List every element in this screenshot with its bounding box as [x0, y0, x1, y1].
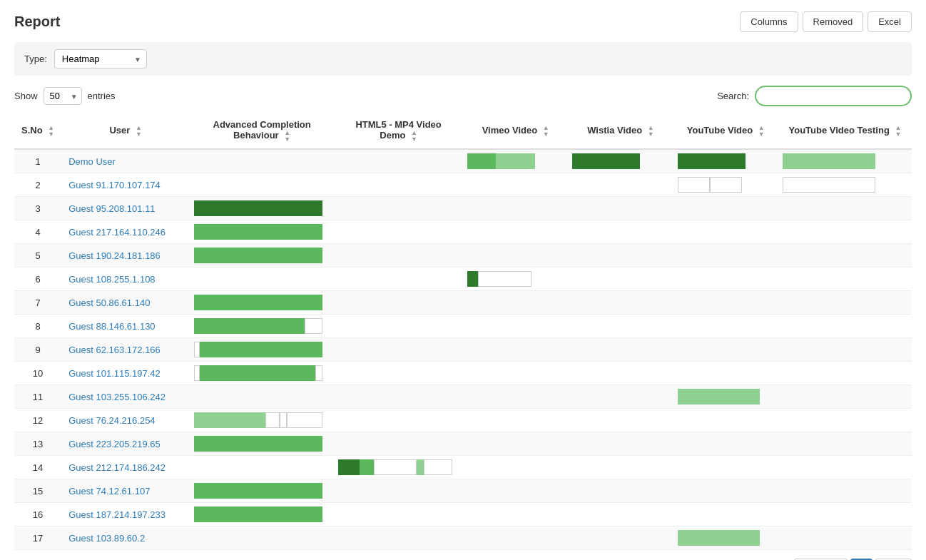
columns-button[interactable]: Columns: [740, 11, 798, 32]
cell-youtube: [673, 268, 778, 291]
sort-icon-html5: ▲▼: [411, 130, 417, 143]
table-row: 2Guest 91.170.107.174: [14, 173, 912, 197]
sort-icon-sno: ▲▼: [48, 125, 54, 138]
cell-youtube-testing: [778, 197, 912, 220]
cell-sno: 8: [14, 315, 61, 338]
cell-acb: [190, 456, 334, 479]
cell-youtube: [673, 432, 778, 456]
cell-wistia: [568, 315, 673, 338]
cell-user: Guest 223.205.219.65: [61, 432, 190, 456]
cell-wistia: [568, 503, 673, 526]
cell-wistia: [568, 362, 673, 385]
cell-vimeo: [463, 173, 568, 197]
cell-youtube-testing: [778, 432, 912, 456]
cell-html5: [334, 409, 463, 432]
cell-youtube-testing: [778, 526, 912, 550]
show-label: Show: [14, 91, 38, 101]
cell-youtube-testing: [778, 456, 912, 479]
table-row: 17Guest 103.89.60.2: [14, 526, 912, 550]
search-label: Search:: [717, 91, 749, 101]
cell-html5: [334, 173, 463, 197]
cell-html5: [334, 526, 463, 550]
type-label: Type:: [24, 54, 47, 64]
table-row: 16Guest 187.214.197.233: [14, 503, 912, 526]
cell-user: Guest 76.24.216.254: [61, 409, 190, 432]
cell-html5: [334, 149, 463, 173]
search-input[interactable]: [755, 86, 912, 106]
cell-vimeo: [463, 432, 568, 456]
cell-user: Demo User: [61, 149, 190, 173]
type-select[interactable]: Heatmap Bar Chart Table: [54, 49, 147, 68]
cell-acb: [190, 432, 334, 456]
cell-youtube: [673, 385, 778, 409]
col-youtube-testing: YouTube Video Testing ▲▼: [778, 113, 912, 149]
cell-vimeo: [463, 268, 568, 291]
cell-sno: 11: [14, 385, 61, 409]
col-acb: Advanced CompletionBehaviour ▲▼: [190, 113, 334, 149]
col-html5: HTML5 - MP4 VideoDemo ▲▼: [334, 113, 463, 149]
cell-vimeo: [463, 362, 568, 385]
table-row: 11Guest 103.255.106.242: [14, 385, 912, 409]
cell-wistia: [568, 149, 673, 173]
cell-acb: [190, 338, 334, 362]
cell-wistia: [568, 409, 673, 432]
cell-acb: [190, 409, 334, 432]
cell-sno: 4: [14, 220, 61, 244]
cell-wistia: [568, 479, 673, 503]
cell-wistia: [568, 385, 673, 409]
cell-acb: [190, 291, 334, 315]
cell-user: Guest 187.214.197.233: [61, 503, 190, 526]
cell-youtube: [673, 149, 778, 173]
cell-sno: 7: [14, 291, 61, 315]
cell-wistia: [568, 268, 673, 291]
cell-acb: [190, 173, 334, 197]
cell-sno: 13: [14, 432, 61, 456]
cell-youtube: [673, 362, 778, 385]
cell-html5: [334, 385, 463, 409]
search-area: Search:: [717, 86, 912, 106]
cell-acb: [190, 503, 334, 526]
cell-user: Guest 88.146.61.130: [61, 315, 190, 338]
cell-sno: 6: [14, 268, 61, 291]
cell-vimeo: [463, 244, 568, 268]
cell-acb: [190, 149, 334, 173]
cell-youtube-testing: [778, 244, 912, 268]
table-row: 4Guest 217.164.110.246: [14, 220, 912, 244]
cell-user: Guest 190.24.181.186: [61, 244, 190, 268]
table-row: 3Guest 95.208.101.11: [14, 197, 912, 220]
cell-sno: 12: [14, 409, 61, 432]
table-row: 1Demo User: [14, 149, 912, 173]
cell-vimeo: [463, 197, 568, 220]
sort-icon-acb: ▲▼: [284, 130, 290, 143]
table-row: 13Guest 223.205.219.65: [14, 432, 912, 456]
cell-html5: [334, 197, 463, 220]
cell-sno: 10: [14, 362, 61, 385]
table-row: 7Guest 50.86.61.140: [14, 291, 912, 315]
entries-label: entries: [88, 91, 116, 101]
cell-wistia: [568, 338, 673, 362]
cell-sno: 5: [14, 244, 61, 268]
excel-button[interactable]: Excel: [868, 11, 912, 32]
cell-youtube-testing: [778, 220, 912, 244]
type-select-wrapper: Heatmap Bar Chart Table: [54, 49, 147, 68]
cell-acb: [190, 385, 334, 409]
cell-youtube-testing: [778, 409, 912, 432]
show-entries: Show 10 25 50 100 entries: [14, 87, 116, 105]
cell-sno: 14: [14, 456, 61, 479]
cell-user: Guest 108.255.1.108: [61, 268, 190, 291]
table-row: 12Guest 76.24.216.254: [14, 409, 912, 432]
cell-wistia: [568, 220, 673, 244]
cell-acb: [190, 526, 334, 550]
cell-html5: [334, 479, 463, 503]
cell-youtube-testing: [778, 315, 912, 338]
cell-youtube: [673, 456, 778, 479]
table-row: 15Guest 74.12.61.107: [14, 479, 912, 503]
removed-button[interactable]: Removed: [803, 11, 864, 32]
table-controls: Show 10 25 50 100 entries Search:: [14, 86, 912, 106]
cell-vimeo: [463, 220, 568, 244]
col-sno: S.No ▲▼: [14, 113, 61, 149]
data-table: S.No ▲▼ User ▲▼ Advanced CompletionBehav…: [14, 113, 912, 550]
cell-vimeo: [463, 409, 568, 432]
cell-user: Guest 50.86.61.140: [61, 291, 190, 315]
entries-select[interactable]: 10 25 50 100: [44, 87, 82, 105]
